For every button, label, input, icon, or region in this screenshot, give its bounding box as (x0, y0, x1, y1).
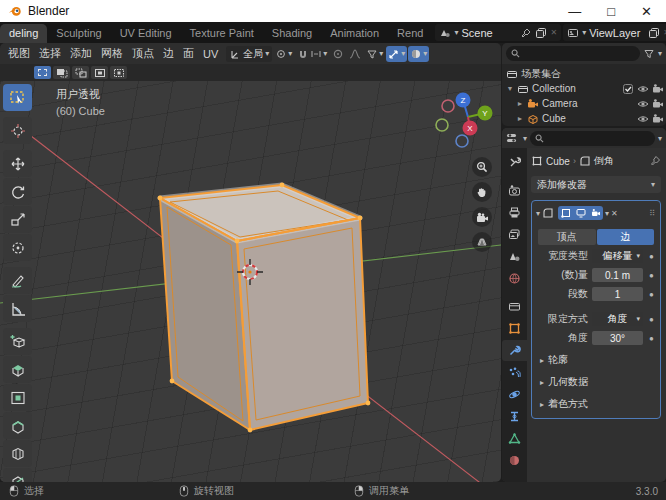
tool-transform[interactable] (3, 234, 32, 261)
filter-icon[interactable] (643, 48, 655, 60)
display-realtime-toggle[interactable] (573, 206, 588, 220)
tab-physics[interactable] (502, 384, 527, 405)
tab-tool[interactable] (502, 152, 527, 173)
tool-cursor[interactable] (3, 117, 32, 144)
ortho-toggle-button[interactable] (472, 232, 492, 252)
menu-vertex[interactable]: 顶点 (128, 44, 158, 63)
tool-loop-cut[interactable] (3, 440, 32, 467)
segments-field[interactable]: 1 (592, 287, 643, 301)
zoom-button[interactable] (472, 157, 492, 177)
panel-expand-icon[interactable]: ▾ (536, 209, 540, 218)
tab-output[interactable] (502, 202, 527, 223)
width-type-dropdown[interactable]: 偏移量 ▾ (592, 249, 643, 263)
eye-icon[interactable] (637, 113, 649, 125)
display-render-toggle[interactable] (588, 206, 603, 220)
pivot-point-dropdown[interactable]: ▾ (273, 46, 294, 62)
tab-uv-editing[interactable]: UV Editing (111, 24, 181, 43)
tab-texture-paint[interactable]: Texture Paint (181, 24, 263, 43)
scene-selector[interactable]: ▾ Scene ✕ (435, 24, 561, 41)
maximize-button[interactable]: □ (607, 5, 615, 18)
affect-vertices-tab[interactable]: 顶点 (538, 229, 596, 245)
show-gizmos-toggle[interactable]: ▾ (386, 46, 407, 62)
menu-mesh[interactable]: 网格 (97, 44, 127, 63)
menu-select[interactable]: 选择 (35, 44, 65, 63)
select-mode-subtract[interactable] (72, 66, 89, 79)
tab-constraints[interactable] (502, 406, 527, 427)
menu-face[interactable]: 面 (179, 44, 198, 63)
viewport-3d[interactable]: 用户透视 (60) Cube Z Y X (0, 81, 501, 482)
cube-object[interactable] (158, 183, 371, 433)
tool-annotate[interactable] (3, 267, 32, 294)
pin-icon[interactable] (649, 155, 661, 167)
tab-object-data[interactable] (502, 428, 527, 449)
render-camera-icon[interactable] (652, 98, 664, 110)
keyframe-dot[interactable]: ● (647, 315, 656, 324)
select-mode-set[interactable] (34, 66, 51, 79)
tool-measure[interactable] (3, 295, 32, 322)
falloff-dropdown[interactable] (347, 46, 363, 62)
keyframe-dot[interactable]: ● (647, 290, 656, 299)
outliner-row-cube[interactable]: ► Cube (506, 111, 664, 126)
outliner-row-collection[interactable]: ▼ Collection (506, 81, 664, 96)
tab-view-layer[interactable] (502, 224, 527, 245)
section-geometry[interactable]: ▸ 几何数据 (536, 374, 656, 390)
disclosure-closed-icon[interactable]: ► (516, 100, 524, 107)
tab-modifiers[interactable] (502, 340, 527, 361)
tool-scale[interactable] (3, 206, 32, 233)
gizmo-axis-y-neg[interactable] (436, 119, 448, 131)
select-mode-extend[interactable] (53, 66, 70, 79)
close-button[interactable]: ✕ (641, 5, 652, 18)
pin-icon[interactable] (520, 27, 532, 39)
render-camera-icon[interactable] (652, 113, 664, 125)
gizmo-axis-x-neg[interactable] (442, 100, 454, 112)
tab-modeling[interactable]: deling (0, 24, 47, 43)
keyframe-dot[interactable]: ● (647, 334, 656, 343)
tab-shading[interactable]: Shading (263, 24, 321, 43)
limit-method-dropdown[interactable]: 角度 ▾ (592, 312, 643, 326)
keyframe-dot[interactable]: ● (647, 252, 656, 261)
breadcrumb-object[interactable]: Cube (546, 156, 570, 167)
tab-collection[interactable] (502, 296, 527, 317)
pan-button[interactable] (472, 182, 492, 202)
camera-view-button[interactable] (472, 207, 492, 227)
navigation-gizmo[interactable]: Z Y X (435, 87, 497, 149)
render-camera-icon[interactable] (652, 83, 664, 95)
eye-icon[interactable] (637, 83, 649, 95)
new-scene-icon[interactable] (535, 27, 547, 39)
menu-edge[interactable]: 边 (159, 44, 178, 63)
modifier-close-icon[interactable]: ✕ (611, 209, 618, 218)
eye-icon[interactable] (637, 98, 649, 110)
tool-extrude-region[interactable] (3, 356, 32, 383)
tab-render[interactable] (502, 180, 527, 201)
menu-view[interactable]: 视图 (4, 44, 34, 63)
drag-handle[interactable]: ⠿ (649, 209, 656, 218)
disclosure-open-icon[interactable]: ▼ (506, 85, 514, 92)
tab-render[interactable]: Rend (388, 24, 432, 43)
tool-knife[interactable] (3, 468, 32, 482)
affect-edges-tab[interactable]: 边 (597, 229, 655, 245)
tab-scene[interactable] (502, 246, 527, 267)
tab-object[interactable] (502, 318, 527, 339)
properties-search-input[interactable] (530, 131, 655, 146)
menu-add[interactable]: 添加 (66, 44, 96, 63)
transform-orientation-dropdown[interactable]: 全局 ▾ (226, 46, 272, 62)
add-modifier-dropdown[interactable]: 添加修改器 ▾ (531, 176, 661, 193)
tab-sculpting[interactable]: Sculpting (47, 24, 110, 43)
menu-uv[interactable]: UV (199, 46, 222, 62)
tool-select-box[interactable] (3, 84, 32, 111)
proportional-editing-toggle[interactable] (330, 46, 346, 62)
tool-inset-faces[interactable] (3, 384, 32, 411)
tab-material[interactable] (502, 450, 527, 471)
tab-particles[interactable] (502, 362, 527, 383)
breadcrumb-modifier[interactable]: 倒角 (594, 154, 614, 168)
properties-editor-icon[interactable] (506, 132, 520, 144)
gizmo-axis-z-neg[interactable] (456, 135, 468, 147)
select-mode-intersect[interactable] (110, 66, 127, 79)
minimize-button[interactable]: — (568, 5, 581, 18)
display-edit-mode-toggle[interactable] (558, 206, 573, 220)
tool-bevel[interactable] (3, 412, 32, 439)
tool-add-cube[interactable] (3, 328, 32, 355)
tab-animation[interactable]: Animation (321, 24, 388, 43)
select-mode-invert[interactable] (91, 66, 108, 79)
angle-field[interactable]: 30° (592, 331, 643, 345)
